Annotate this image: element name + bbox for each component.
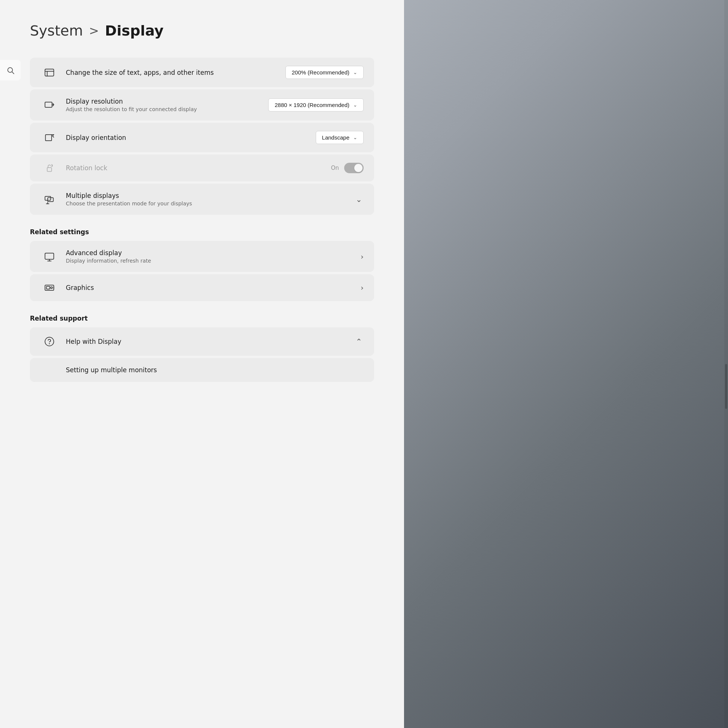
breadcrumb-system[interactable]: System bbox=[30, 23, 83, 39]
settings-panel: System > Display Change the size of text… bbox=[0, 0, 404, 728]
help-display-text-wrap: Help with Display bbox=[66, 338, 354, 345]
rotation-lock-icon-wrap bbox=[40, 163, 58, 173]
graphics-text-wrap: Graphics bbox=[66, 284, 361, 291]
related-support-title: Related support bbox=[30, 315, 374, 322]
resolution-chevron-icon: ⌄ bbox=[353, 102, 357, 108]
orientation-text-wrap: Display orientation bbox=[66, 134, 316, 141]
advanced-display-icon-wrap bbox=[40, 251, 58, 262]
setup-monitors-card: Setting up multiple monitors bbox=[30, 358, 374, 382]
resolution-icon-wrap bbox=[40, 100, 58, 110]
page-title: System > Display bbox=[30, 23, 374, 39]
svg-rect-5 bbox=[45, 102, 52, 107]
related-settings-title: Related settings bbox=[30, 228, 374, 236]
help-display-card: Help with Display ⌃ bbox=[30, 327, 374, 356]
scale-card: Change the size of text, apps, and other… bbox=[30, 58, 374, 87]
advanced-display-arrow-icon: › bbox=[361, 252, 364, 261]
rotation-lock-toggle[interactable] bbox=[344, 163, 364, 173]
sidebar-search-button[interactable] bbox=[0, 60, 21, 80]
scale-text-wrap: Change the size of text, apps, and other… bbox=[66, 69, 286, 76]
resolution-sublabel: Adjust the resolution to fit your connec… bbox=[66, 106, 268, 112]
graphics-row[interactable]: Graphics › bbox=[30, 274, 374, 301]
resolution-value: 2880 × 1920 (Recommended) bbox=[275, 102, 349, 108]
advanced-display-icon bbox=[44, 251, 55, 262]
graphics-arrow-icon: › bbox=[361, 283, 364, 292]
orientation-value: Landscape bbox=[322, 134, 349, 141]
orientation-dropdown[interactable]: Landscape ⌄ bbox=[316, 131, 364, 144]
graphics-control: › bbox=[361, 283, 364, 292]
resolution-dropdown[interactable]: 2880 × 1920 (Recommended) ⌄ bbox=[268, 98, 364, 112]
help-display-label: Help with Display bbox=[66, 338, 354, 345]
scrollbar[interactable] bbox=[724, 0, 728, 728]
multiple-displays-label: Multiple displays bbox=[66, 192, 354, 199]
orientation-label: Display orientation bbox=[66, 134, 316, 141]
svg-rect-16 bbox=[45, 253, 54, 259]
multiple-displays-icon-wrap bbox=[40, 194, 58, 205]
scale-value: 200% (Recommended) bbox=[292, 69, 349, 76]
help-display-row[interactable]: Help with Display ⌃ bbox=[30, 327, 374, 356]
multiple-displays-card: Multiple displays Choose the presentatio… bbox=[30, 184, 374, 215]
resolution-control: 2880 × 1920 (Recommended) ⌄ bbox=[268, 98, 364, 112]
help-display-icon-wrap bbox=[40, 336, 58, 347]
orientation-icon bbox=[44, 132, 55, 143]
orientation-chevron-icon: ⌄ bbox=[353, 135, 357, 140]
toggle-knob bbox=[354, 164, 362, 172]
advanced-display-card: Advanced display Display information, re… bbox=[30, 241, 374, 272]
search-icon bbox=[6, 66, 15, 75]
graphics-icon bbox=[44, 283, 55, 293]
resolution-card: Display resolution Adjust the resolution… bbox=[30, 89, 374, 121]
setup-monitors-text-wrap: Setting up multiple monitors bbox=[66, 366, 364, 374]
svg-line-1 bbox=[12, 72, 14, 74]
multiple-displays-icon bbox=[44, 194, 55, 205]
multiple-displays-text-wrap: Multiple displays Choose the presentatio… bbox=[66, 192, 354, 206]
resolution-icon bbox=[44, 100, 55, 110]
breadcrumb-current: Display bbox=[105, 23, 164, 39]
advanced-display-sublabel: Display information, refresh rate bbox=[66, 258, 361, 264]
orientation-row[interactable]: Display orientation Landscape ⌄ bbox=[30, 123, 374, 152]
advanced-display-label: Advanced display bbox=[66, 249, 361, 257]
scrollbar-thumb bbox=[725, 364, 727, 409]
graphics-icon-wrap bbox=[40, 283, 58, 293]
advanced-display-control: › bbox=[361, 252, 364, 261]
svg-rect-2 bbox=[45, 69, 54, 76]
svg-point-24 bbox=[49, 343, 49, 344]
advanced-display-text-wrap: Advanced display Display information, re… bbox=[66, 249, 361, 264]
graphics-card: Graphics › bbox=[30, 274, 374, 301]
scale-label: Change the size of text, apps, and other… bbox=[66, 69, 286, 76]
orientation-icon-wrap bbox=[40, 132, 58, 143]
rotation-lock-toggle-label: On bbox=[331, 165, 339, 171]
rotation-lock-card: Rotation lock On bbox=[30, 154, 374, 182]
scale-chevron-icon: ⌄ bbox=[353, 70, 357, 75]
scale-dropdown[interactable]: 200% (Recommended) ⌄ bbox=[286, 66, 364, 79]
graphics-label: Graphics bbox=[66, 284, 361, 291]
svg-point-21 bbox=[51, 287, 53, 289]
orientation-control: Landscape ⌄ bbox=[316, 131, 364, 144]
help-display-control: ⌃ bbox=[354, 336, 364, 347]
resolution-label: Display resolution bbox=[66, 98, 268, 105]
rotation-lock-label: Rotation lock bbox=[66, 164, 331, 172]
rotation-lock-row[interactable]: Rotation lock On bbox=[30, 154, 374, 182]
multiple-displays-row[interactable]: Multiple displays Choose the presentatio… bbox=[30, 184, 374, 215]
setup-monitors-label: Setting up multiple monitors bbox=[66, 366, 364, 374]
multiple-displays-sublabel: Choose the presentation mode for your di… bbox=[66, 200, 354, 206]
scale-icon-wrap bbox=[40, 67, 58, 78]
rotation-lock-icon bbox=[44, 163, 55, 173]
svg-rect-9 bbox=[46, 134, 52, 140]
orientation-card: Display orientation Landscape ⌄ bbox=[30, 123, 374, 152]
resolution-row[interactable]: Display resolution Adjust the resolution… bbox=[30, 89, 374, 121]
advanced-display-row[interactable]: Advanced display Display information, re… bbox=[30, 241, 374, 272]
scale-control: 200% (Recommended) ⌄ bbox=[286, 66, 364, 79]
multiple-displays-control: ⌄ bbox=[354, 193, 364, 205]
help-display-icon bbox=[44, 336, 55, 347]
svg-rect-11 bbox=[47, 168, 52, 172]
multiple-displays-expand-btn[interactable]: ⌄ bbox=[354, 193, 364, 205]
setup-monitors-row[interactable]: Setting up multiple monitors bbox=[30, 358, 374, 382]
resolution-text-wrap: Display resolution Adjust the resolution… bbox=[66, 98, 268, 112]
svg-point-23 bbox=[45, 337, 54, 346]
rotation-lock-text-wrap: Rotation lock bbox=[66, 164, 331, 172]
scale-icon bbox=[44, 67, 55, 78]
svg-rect-20 bbox=[46, 286, 50, 289]
help-display-expand-btn[interactable]: ⌃ bbox=[354, 336, 364, 347]
rotation-lock-control: On bbox=[331, 163, 364, 173]
scale-row[interactable]: Change the size of text, apps, and other… bbox=[30, 58, 374, 87]
breadcrumb-separator: > bbox=[89, 24, 99, 38]
